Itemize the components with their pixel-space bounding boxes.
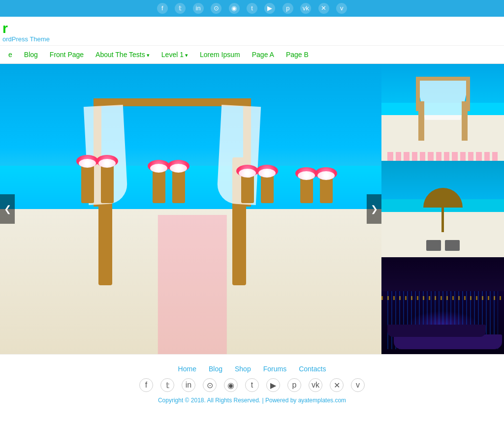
footer-social-icons: f 𝕥 in ⊙ ◉ t ▶ p vk ✕ v <box>0 378 504 392</box>
top-pinterest-icon[interactable]: p <box>283 3 293 14</box>
footer-twitter-icon[interactable]: 𝕥 <box>160 378 174 392</box>
thumb-1-arch-beach[interactable] <box>381 64 504 161</box>
thumb3-boat-2 <box>387 325 486 337</box>
top-youtube-icon[interactable]: ▶ <box>264 3 275 14</box>
top-vk-icon[interactable]: vk <box>300 3 311 14</box>
thumb1-top <box>416 77 470 81</box>
footer: Home Blog Shop Forums Contacts f 𝕥 in ⊙ … <box>0 354 504 411</box>
hero-slider: ❮ ❯ <box>0 64 381 354</box>
footer-xing-icon[interactable]: ✕ <box>330 378 344 392</box>
footer-linkedin-icon[interactable]: in <box>182 378 195 392</box>
top-linkedin-icon[interactable]: in <box>193 3 204 14</box>
thumb3-boat-1 <box>394 334 502 349</box>
footer-nav-contacts[interactable]: Contacts <box>299 364 326 373</box>
thumb-2-umbrella[interactable] <box>381 161 504 258</box>
nav-item-pageb[interactable]: Page B <box>280 48 315 61</box>
flower-post-5 <box>241 174 254 203</box>
footer-nav-list: Home Blog Shop Forums Contacts <box>0 364 504 373</box>
footer-tumblr-icon[interactable]: t <box>245 378 259 392</box>
slider-prev-button[interactable]: ❮ <box>0 194 15 224</box>
thumb2-chair-1 <box>426 240 441 251</box>
footer-nav-blog[interactable]: Blog <box>209 364 222 373</box>
main-nav: e Blog Front Page About The Tests Level … <box>0 45 504 63</box>
footer-nav-forums[interactable]: Forums <box>263 364 286 373</box>
flower-post-1 <box>81 164 94 203</box>
flower-post-7 <box>300 176 313 203</box>
nav-item-level1[interactable]: Level 1 <box>156 48 194 61</box>
thumb2-umbrella-pole <box>441 208 444 232</box>
footer-nav-shop[interactable]: Shop <box>235 364 251 373</box>
footer-copyright: Copyright © 2018. All Rights Reserved. |… <box>0 397 504 409</box>
aisle-runner <box>158 215 226 354</box>
footer-pinterest-icon[interactable]: p <box>287 378 301 392</box>
thumb3-lights2 <box>381 296 504 300</box>
nav-item-e[interactable]: e <box>2 48 18 61</box>
slider-next-button[interactable]: ❯ <box>367 194 381 224</box>
arch-drape-right <box>216 105 260 205</box>
footer-vine-icon[interactable]: v <box>351 378 365 392</box>
main-content: ❮ ❯ <box>0 64 504 354</box>
site-title: r <box>2 22 497 35</box>
flower-post-6 <box>261 174 274 203</box>
top-facebook-icon[interactable]: f <box>157 3 168 14</box>
top-instagram-icon[interactable]: ⊙ <box>211 3 221 14</box>
top-vine-icon[interactable]: v <box>336 3 347 14</box>
site-header: r ordPress Theme <box>0 17 504 45</box>
flower-post-3 <box>153 169 165 203</box>
nav-item-frontpage[interactable]: Front Page <box>44 48 90 61</box>
footer-nav-home[interactable]: Home <box>178 364 196 373</box>
flower-post-2 <box>101 164 114 203</box>
top-rss-icon[interactable]: ◉ <box>229 3 240 14</box>
thumb1-chairs <box>387 108 498 161</box>
thumb-3-night-boats[interactable] <box>381 257 504 354</box>
footer-vk-icon[interactable]: vk <box>309 378 322 392</box>
footer-facebook-icon[interactable]: f <box>139 378 153 392</box>
top-xing-icon[interactable]: ✕ <box>318 3 329 14</box>
site-subtitle: ordPress Theme <box>2 35 497 43</box>
sidebar-thumbnails <box>381 64 504 354</box>
slide-beach-wedding <box>0 64 381 354</box>
top-twitter-icon[interactable]: 𝕥 <box>175 3 186 14</box>
footer-youtube-icon[interactable]: ▶ <box>266 378 280 392</box>
thumb2-umbrella-top <box>423 188 463 208</box>
thumb2-umbrella-wrap <box>423 188 463 232</box>
nav-item-about[interactable]: About The Tests <box>90 48 156 61</box>
nav-item-blog[interactable]: Blog <box>18 48 44 61</box>
thumb2-chair-2 <box>445 240 460 251</box>
nav-item-lorem[interactable]: Lorem Ipsum <box>194 48 246 61</box>
thumb2-chairs <box>426 240 460 251</box>
flower-post-4 <box>172 169 185 203</box>
top-tumblr-icon[interactable]: t <box>247 3 257 14</box>
footer-rss-icon[interactable]: ◉ <box>224 378 238 392</box>
footer-instagram-icon[interactable]: ⊙ <box>203 378 217 392</box>
about-the-tests-link[interactable]: About The Tests <box>90 48 156 61</box>
nav-item-pagea[interactable]: Page A <box>246 48 280 61</box>
flower-post-8 <box>320 176 333 203</box>
top-social-bar: f 𝕥 in ⊙ ◉ t ▶ p vk ✕ v <box>0 0 504 17</box>
